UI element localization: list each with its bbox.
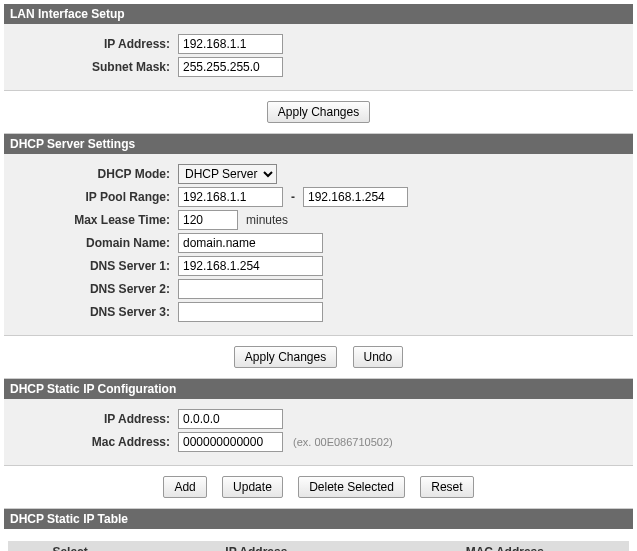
dhcp-apply-button[interactable]: Apply Changes <box>234 346 337 368</box>
dhcp-domain-label: Domain Name: <box>8 236 178 250</box>
dhcp-dns3-input[interactable] <box>178 302 323 322</box>
static-delete-button[interactable]: Delete Selected <box>298 476 405 498</box>
dhcp-dns3-label: DNS Server 3: <box>8 305 178 319</box>
static-mac-hint: (ex. 00E086710502) <box>293 436 393 448</box>
col-ip: IP Address <box>132 541 380 551</box>
static-ip-table: Select IP Address MAC Address <box>8 541 629 551</box>
dash-icon: - <box>291 190 295 204</box>
dhcp-domain-input[interactable] <box>178 233 323 253</box>
static-update-button[interactable]: Update <box>222 476 283 498</box>
dhcp-undo-button[interactable]: Undo <box>353 346 404 368</box>
lan-button-row: Apply Changes <box>4 91 633 134</box>
lan-apply-button[interactable]: Apply Changes <box>267 101 370 123</box>
col-mac: MAC Address <box>381 541 629 551</box>
dhcp-lease-input[interactable] <box>178 210 238 230</box>
dhcp-pool-start-input[interactable] <box>178 187 283 207</box>
static-ip-input[interactable] <box>178 409 283 429</box>
static-mac-label: Mac Address: <box>8 435 178 449</box>
dhcp-lease-label: Max Lease Time: <box>8 213 178 227</box>
dhcp-dns2-label: DNS Server 2: <box>8 282 178 296</box>
static-table-header: DHCP Static IP Table <box>4 509 633 529</box>
lan-section-header: LAN Interface Setup <box>4 4 633 24</box>
static-cfg-body: IP Address: Mac Address: (ex. 00E0867105… <box>4 399 633 466</box>
static-cfg-header: DHCP Static IP Configuration <box>4 379 633 399</box>
dhcp-pool-end-input[interactable] <box>303 187 408 207</box>
col-select: Select <box>8 541 132 551</box>
lan-mask-input[interactable] <box>178 57 283 77</box>
static-reset-button[interactable]: Reset <box>420 476 473 498</box>
dhcp-button-row: Apply Changes Undo <box>4 336 633 379</box>
static-mac-input[interactable] <box>178 432 283 452</box>
dhcp-mode-label: DHCP Mode: <box>8 167 178 181</box>
dhcp-pool-label: IP Pool Range: <box>8 190 178 204</box>
dhcp-mode-select[interactable]: DHCP Server <box>178 164 277 184</box>
dhcp-section-header: DHCP Server Settings <box>4 134 633 154</box>
dhcp-lease-unit: minutes <box>246 213 288 227</box>
static-ip-label: IP Address: <box>8 412 178 426</box>
lan-mask-label: Subnet Mask: <box>8 60 178 74</box>
lan-ip-input[interactable] <box>178 34 283 54</box>
dhcp-dns2-input[interactable] <box>178 279 323 299</box>
dhcp-dns1-label: DNS Server 1: <box>8 259 178 273</box>
dhcp-section-body: DHCP Mode: DHCP Server IP Pool Range: - … <box>4 154 633 336</box>
lan-ip-label: IP Address: <box>8 37 178 51</box>
lan-section-body: IP Address: Subnet Mask: <box>4 24 633 91</box>
static-cfg-button-row: Add Update Delete Selected Reset <box>4 466 633 509</box>
static-add-button[interactable]: Add <box>163 476 206 498</box>
static-table-wrap: Select IP Address MAC Address <box>4 529 633 551</box>
dhcp-dns1-input[interactable] <box>178 256 323 276</box>
